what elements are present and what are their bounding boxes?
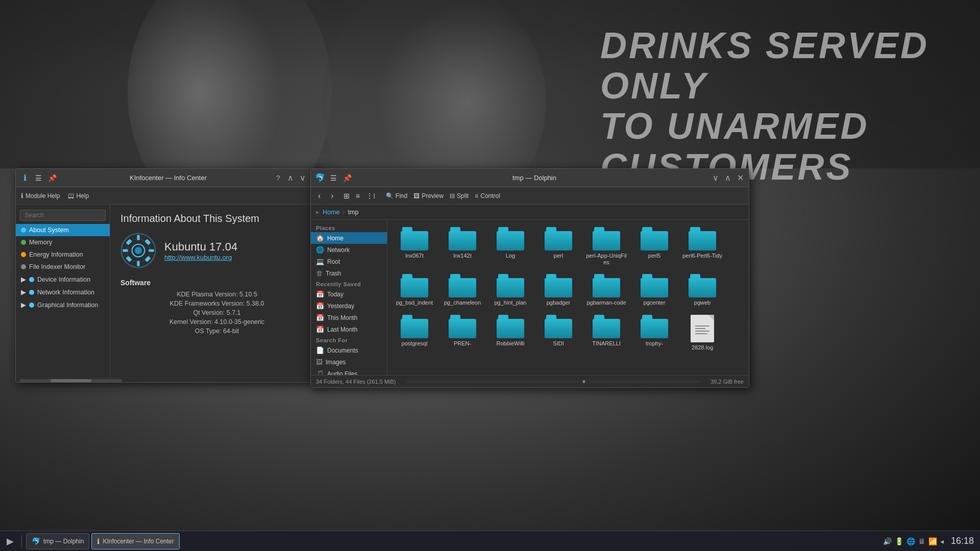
dolphin-minimize-btn[interactable]: ∧ [723,173,732,183]
minimize-btn[interactable]: ∧ [286,173,295,183]
tray-icon-2[interactable]: 🔋 [895,537,903,545]
software-section-title: Software [120,279,313,287]
taskbar-dolphin-app[interactable]: 🐬 tmp — Dolphin [26,533,89,549]
sidebar-item-about-system[interactable]: About System [16,224,110,236]
file-item-pg-bsd-indent[interactable]: pg_bsd_indent [391,271,437,309]
places-item-today[interactable]: 📅 Today [311,288,387,300]
system-info-header: Kubuntu 17.04 http://www.kubuntu.org [120,233,313,268]
sidebar-item-memory[interactable]: Memory [16,236,110,248]
detail-view-btn[interactable]: ≡ [353,191,362,201]
system-tray: 🔊 🔋 🌐 🖥 📶 ◂ [883,537,944,545]
control-btn[interactable]: ≡ Control [475,192,500,199]
places-section-header: Places [311,223,387,232]
last-month-icon: 📅 [316,325,324,333]
sidebar-item-file-indexer[interactable]: File Indexer Monitor [16,261,110,273]
search-icon: 🔍 [386,192,394,199]
file-item-pgbarman[interactable]: pgbarman-code [583,271,629,309]
module-help-icon: ℹ [21,192,23,199]
help-toolbar-btn[interactable]: 🕮 Help [68,192,89,199]
graphical-arrow: ▶ [21,301,26,309]
distro-url[interactable]: http://www.kubuntu.org [164,254,237,261]
places-item-images[interactable]: 🖼 Images [311,356,387,368]
file-item-robbiewilli[interactable]: RobbieWilli [487,312,533,354]
file-item-pgbadger[interactable]: pgbadger [535,271,581,309]
about-system-dot [21,228,26,233]
find-btn[interactable]: 🔍 Find [386,192,407,199]
file-item-sidi[interactable]: SIDI [535,312,581,354]
places-item-network[interactable]: 🌐 Network [311,244,387,256]
distro-name-block: Kubuntu 17.04 http://www.kubuntu.org [164,240,237,261]
file-item-pgweb[interactable]: pgweb [679,271,725,309]
file-item-tinarelli[interactable]: TINARELLI [583,312,629,354]
home-icon: 🏠 [316,234,324,242]
places-item-audio[interactable]: 🎵 Audio Files [311,368,387,375]
preview-icon: 🖼 [413,192,420,199]
places-item-trash[interactable]: 🗑 Trash [311,267,387,279]
back-btn[interactable]: ‹ [315,190,324,202]
places-item-root[interactable]: 💻 Root [311,256,387,267]
file-item-pg-chameleon[interactable]: pg_chameleon [439,271,485,309]
control-icon: ≡ [475,192,478,199]
dolphin-close-btn[interactable]: ✕ [736,173,745,183]
places-item-home[interactable]: 🏠 Home [311,232,387,244]
kinfocenter-hscrollbar[interactable] [20,379,122,382]
dolphin-action-btns: 🔍 Find 🖼 Preview ⊟ Split ≡ Control [386,192,500,199]
file-item-perl5[interactable]: perl5 [631,224,677,269]
tree-view-btn[interactable]: ⋮⁞ [363,191,378,201]
pin-btn[interactable]: 📌 [46,173,59,183]
svg-rect-11 [126,239,132,245]
file-item-pren[interactable]: PREN- [439,312,485,354]
trash-icon: 🗑 [316,269,323,277]
sidebar-item-network[interactable]: ▶ Network Information [16,286,110,298]
dolphin-hamburger-btn[interactable]: ☰ [328,173,339,183]
kde-gear-logo [120,233,156,268]
sidebar-item-device[interactable]: ▶ Device Information [16,273,110,286]
sidebar-item-graphical[interactable]: ▶ Graphical Information [16,298,110,311]
places-item-documents[interactable]: 📄 Documents [311,344,387,356]
info-row-kernel: Kernel Version: 4.10.0-35-generic [120,318,313,325]
file-item-trophy[interactable]: trophy- [631,312,677,354]
network-arrow: ▶ [21,288,26,296]
hamburger-menu-btn[interactable]: ☰ [33,173,44,183]
file-item-pg-hint-plan[interactable]: pg_hint_plan [487,271,533,309]
dolphin-nav-back-btn[interactable]: ∨ [711,173,720,183]
file-item-log[interactable]: Log [487,224,533,269]
tray-icon-4[interactable]: 🖥 [918,537,925,545]
file-item-postgresql[interactable]: postgresql [391,312,437,354]
breadcrumb-home[interactable]: Home [323,209,339,216]
network-icon: 🌐 [316,246,324,254]
file-item-perl-app[interactable]: perl-App-UniqFiles [583,224,629,269]
file-item-pgcenter[interactable]: pgcenter [631,271,677,309]
dolphin-window: 🐬 ☰ 📌 tmp — Dolphin ∨ ∧ ✕ ‹ › ⊞ ≡ ⋮⁞ [310,168,749,388]
tray-icon-3[interactable]: 🌐 [906,537,915,545]
file-item-lnx142t[interactable]: lnx142t [439,224,485,269]
file-item-2828log[interactable]: 2828.log [679,312,725,354]
kinfocenter-window: ℹ ☰ 📌 KInfocenter — Info Center ? ∧ ∨ ✕ … [15,168,324,383]
taskbar-kinfocenter-app[interactable]: ℹ KInfocenter — Info Center [91,533,179,549]
file-count-status: 34 Folders, 44 Files (261,5 MiB) [316,379,396,385]
tray-icon-1[interactable]: 🔊 [883,537,892,545]
forward-btn[interactable]: › [328,190,336,202]
places-item-this-month[interactable]: 📅 This Month [311,312,387,323]
file-item-lnx067t[interactable]: lnx067t [391,224,437,269]
file-item-perl[interactable]: perl [535,224,581,269]
dolphin-title: tmp — Dolphin [358,174,711,182]
taskbar-start-btn[interactable]: ▶ [3,534,17,548]
places-item-yesterday[interactable]: 📅 Yesterday [311,300,387,312]
help-btn[interactable]: ? [274,173,283,183]
content-title: Information About This System [120,213,313,224]
grid-view-btn[interactable]: ⊞ [341,191,352,201]
places-item-last-month[interactable]: 📅 Last Month [311,323,387,335]
dolphin-pin-btn[interactable]: 📌 [341,173,354,183]
file-item-perl6[interactable]: perl6-Perl6-Tidy [679,224,725,269]
sidebar-item-energy[interactable]: Energy Information [16,248,110,261]
breadcrumb-separator: › [342,209,345,216]
this-month-icon: 📅 [316,314,324,321]
tray-icon-5[interactable]: 📶 [928,537,937,545]
preview-btn[interactable]: 🖼 Preview [413,192,444,199]
split-btn[interactable]: ⊟ Split [450,192,469,199]
tray-arrow[interactable]: ◂ [940,537,944,545]
sidebar-search-input[interactable] [20,210,106,221]
module-help-btn[interactable]: ℹ Module Help [21,192,60,199]
maximize-btn[interactable]: ∨ [298,173,307,183]
